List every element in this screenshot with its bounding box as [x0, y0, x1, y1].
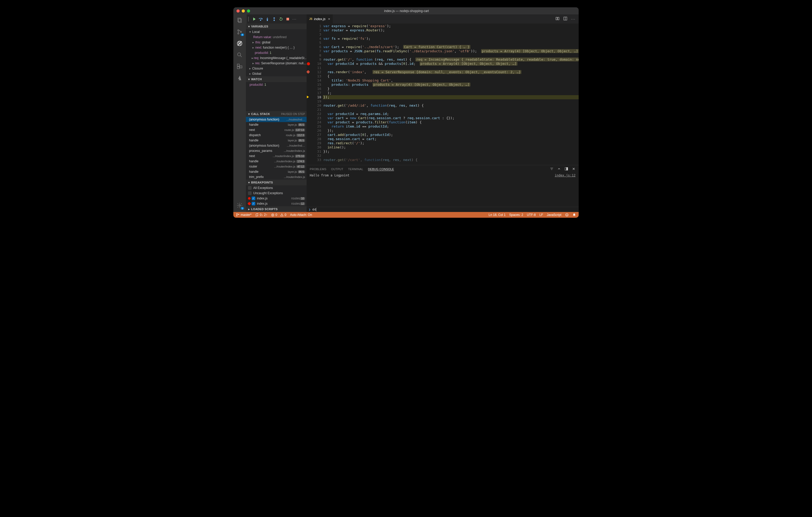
callstack-frame[interactable]: handlelayer.js95:5 [246, 169, 307, 174]
var-return[interactable]: Return value: undefined [246, 34, 307, 40]
extensions-icon[interactable] [236, 63, 243, 70]
svg-point-24 [236, 215, 237, 216]
panel-tab-problems[interactable]: PROBLEMS [310, 168, 326, 171]
sync-status[interactable]: 0↓ 2↑ [255, 213, 267, 217]
debug-console-output[interactable]: Hallo from a Logpoint index.js:12 [307, 173, 579, 207]
var-productid[interactable]: productId: 1 [246, 50, 307, 55]
svg-point-13 [260, 20, 261, 20]
svg-point-29 [567, 214, 568, 215]
tab-close-button[interactable]: × [328, 17, 330, 21]
split-editor-icon[interactable] [563, 17, 568, 22]
scope-global[interactable]: ▸Global [246, 71, 307, 76]
bp-all-exceptions[interactable]: All Exceptions [246, 185, 307, 190]
breakpoint-dot-icon [248, 197, 251, 200]
svg-rect-1 [239, 19, 241, 23]
callstack-frame[interactable]: (anonymous function).../routes/ind… [246, 117, 307, 122]
variables-label: VARIABLES [251, 25, 268, 28]
log-source-link[interactable]: index.js:12 [555, 174, 576, 206]
checkbox-checked[interactable]: ✓ [252, 196, 255, 200]
activity-bar: 4 1 [233, 14, 246, 212]
var-this[interactable]: ▸this: global [246, 40, 307, 45]
svg-rect-18 [558, 17, 559, 20]
callstack-frame[interactable]: handlelayer.js95:5 [246, 138, 307, 143]
settings-icon[interactable]: 1 [236, 202, 243, 209]
errors-status[interactable]: 0 0 [271, 213, 286, 217]
stop-button[interactable] [285, 16, 291, 22]
scm-badge: 4 [241, 33, 244, 36]
maximize-panel-icon[interactable] [564, 167, 568, 171]
line-number-gutter[interactable]: 1234567891011121314151617181920212223242… [311, 24, 323, 165]
encoding[interactable]: UTF-8 [527, 213, 536, 217]
callstack-frame[interactable]: (anonymous function).../router/ind… [246, 143, 307, 148]
search-icon[interactable] [236, 52, 243, 58]
continue-button[interactable] [251, 16, 257, 22]
svg-rect-9 [237, 64, 239, 66]
branch-status[interactable]: master* [236, 213, 252, 217]
svg-rect-11 [240, 66, 242, 68]
debug-more-button[interactable]: ··· [292, 16, 297, 22]
window-title: index.js — nodejs-shopping-cart [237, 9, 576, 13]
svg-point-14 [267, 20, 268, 21]
titlebar: index.js — nodejs-shopping-cart [233, 7, 579, 14]
editor-more-icon[interactable]: ··· [571, 17, 576, 21]
debug-icon[interactable] [236, 40, 243, 47]
explorer-icon[interactable] [236, 17, 243, 24]
checkbox-unchecked[interactable] [248, 191, 252, 195]
step-over-button[interactable] [258, 16, 263, 22]
indentation[interactable]: Spaces: 2 [509, 213, 523, 217]
panel-tab-output[interactable]: OUTPUT [331, 168, 344, 171]
checkbox-unchecked[interactable] [248, 186, 252, 190]
filter-icon[interactable] [550, 167, 554, 171]
code-content[interactable]: var express = require('express');var rou… [323, 24, 579, 165]
repl-prompt-icon: ❯ [309, 208, 311, 211]
glyph-margin[interactable] [307, 24, 311, 165]
tab-index-js[interactable]: JS index.js × [307, 14, 333, 24]
var-next[interactable]: ▸next: function next(err) { … } [246, 45, 307, 50]
step-out-button[interactable] [271, 16, 277, 22]
scope-closure[interactable]: ▸Closure [246, 66, 307, 71]
bp-row-1[interactable]: ✓index.jsroutes10 [246, 196, 307, 201]
svg-rect-0 [238, 18, 241, 22]
cursor-position[interactable]: Ln 18, Col 1 [489, 213, 506, 217]
var-res[interactable]: ▸res: ServerResponse {domain: null… [246, 61, 307, 66]
feedback-icon[interactable] [565, 213, 569, 217]
bp-uncaught-exceptions[interactable]: Uncaught Exceptions [246, 190, 307, 196]
code-editor[interactable]: 1234567891011121314151617181920212223242… [307, 24, 579, 165]
watch-item[interactable]: productId: 1 [246, 82, 307, 87]
loaded-scripts-label: LOADED SCRIPTS [251, 208, 278, 211]
callstack-frame[interactable]: dispatchroute.js112:3 [246, 132, 307, 138]
close-panel-icon[interactable] [572, 167, 576, 171]
breakpoints-section-header[interactable]: ▾BREAKPOINTS [246, 180, 307, 185]
azure-icon[interactable] [236, 74, 243, 81]
bell-icon[interactable] [572, 213, 576, 217]
bp-row-2[interactable]: ✓index.jsroutes12 [246, 201, 307, 206]
panel-tab-terminal[interactable]: TERMINAL [348, 168, 364, 171]
auto-attach-status[interactable]: Auto Attach: On [290, 213, 312, 217]
callstack-section-header[interactable]: ▾CALL STACKPAUSED ON STEP [246, 111, 307, 117]
language-mode[interactable]: JavaScript [547, 213, 561, 217]
callstack-frame[interactable]: nextroute.js137:13 [246, 127, 307, 132]
callstack-frame[interactable]: handlelayer.js95:5 [246, 122, 307, 127]
svg-point-8 [237, 53, 241, 56]
restart-button[interactable] [278, 16, 284, 22]
svg-point-15 [274, 20, 275, 21]
callstack-frame[interactable]: handle.../router/index.js174:3 [246, 159, 307, 164]
debug-repl-input[interactable]: ❯ 44 [307, 207, 579, 212]
compare-icon[interactable] [555, 17, 559, 22]
loaded-scripts-section-header[interactable]: ▸LOADED SCRIPTS [246, 206, 307, 212]
callstack-frame[interactable]: router.../router/index.js47:12 [246, 164, 307, 169]
js-file-icon: JS [309, 18, 312, 20]
eol[interactable]: LF [540, 213, 543, 217]
chevron-up-icon[interactable] [557, 167, 561, 171]
scm-icon[interactable]: 4 [236, 29, 243, 35]
var-req[interactable]: ▸req: IncomingMessage {_readableSt… [246, 55, 307, 61]
callstack-frame[interactable]: process_params.../router/index.js [246, 148, 307, 153]
callstack-frame[interactable]: trim_prefix.../router/index.js [246, 174, 307, 180]
callstack-frame[interactable]: next.../router/index.js275:10 [246, 153, 307, 159]
panel-tab-debug-console[interactable]: DEBUG CONSOLE [368, 168, 394, 171]
watch-section-header[interactable]: ▾WATCH [246, 76, 307, 82]
scope-local[interactable]: ▾Local [246, 29, 307, 34]
checkbox-checked[interactable]: ✓ [252, 202, 255, 206]
variables-section-header[interactable]: ▾VARIABLES [246, 24, 307, 29]
step-into-button[interactable] [264, 16, 270, 22]
